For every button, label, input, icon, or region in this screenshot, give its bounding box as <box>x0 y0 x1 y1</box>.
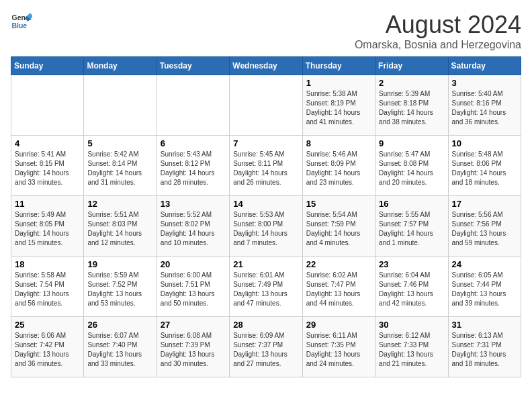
day-info: Sunrise: 5:53 AM Sunset: 8:00 PM Dayligh… <box>233 210 298 248</box>
day-number: 31 <box>452 320 517 330</box>
day-number: 8 <box>306 138 371 148</box>
calendar-cell: 1Sunrise: 5:38 AM Sunset: 8:19 PM Daylig… <box>302 75 375 136</box>
header-sunday: Sunday <box>11 57 84 75</box>
day-info: Sunrise: 6:00 AM Sunset: 7:51 PM Dayligh… <box>161 271 226 308</box>
calendar-cell: 18Sunrise: 5:58 AM Sunset: 7:54 PM Dayli… <box>11 257 84 317</box>
calendar-cell: 12Sunrise: 5:51 AM Sunset: 8:03 PM Dayli… <box>84 196 157 257</box>
day-number: 14 <box>233 199 298 209</box>
day-info: Sunrise: 6:07 AM Sunset: 7:40 PM Dayligh… <box>87 331 152 369</box>
calendar-cell <box>230 75 302 136</box>
day-info: Sunrise: 6:08 AM Sunset: 7:39 PM Dayligh… <box>161 331 226 369</box>
day-number: 10 <box>452 138 517 148</box>
day-number: 4 <box>15 138 80 148</box>
calendar-cell <box>84 75 157 136</box>
day-number: 12 <box>87 199 152 209</box>
calendar-cell: 29Sunrise: 6:11 AM Sunset: 7:35 PM Dayli… <box>302 317 375 377</box>
day-number: 23 <box>379 259 444 269</box>
day-number: 26 <box>87 320 152 330</box>
calendar-cell: 27Sunrise: 6:08 AM Sunset: 7:39 PM Dayli… <box>157 317 229 377</box>
day-number: 30 <box>379 320 444 330</box>
page-header: General Blue August 2024 Omarska, Bosnia… <box>11 11 521 51</box>
calendar-cell: 2Sunrise: 5:39 AM Sunset: 8:18 PM Daylig… <box>375 75 448 136</box>
day-info: Sunrise: 6:02 AM Sunset: 7:47 PM Dayligh… <box>306 271 371 308</box>
calendar-cell: 11Sunrise: 5:49 AM Sunset: 8:05 PM Dayli… <box>11 196 84 257</box>
day-info: Sunrise: 5:40 AM Sunset: 8:16 PM Dayligh… <box>452 89 517 127</box>
calendar-cell: 21Sunrise: 6:01 AM Sunset: 7:49 PM Dayli… <box>230 257 302 317</box>
header-monday: Monday <box>84 57 157 75</box>
calendar-cell: 19Sunrise: 5:59 AM Sunset: 7:52 PM Dayli… <box>84 257 157 317</box>
calendar-cell: 16Sunrise: 5:55 AM Sunset: 7:57 PM Dayli… <box>375 196 448 257</box>
week-row-5: 25Sunrise: 6:06 AM Sunset: 7:42 PM Dayli… <box>11 317 521 377</box>
day-number: 1 <box>306 78 371 88</box>
day-info: Sunrise: 6:12 AM Sunset: 7:33 PM Dayligh… <box>379 331 444 369</box>
calendar-cell: 24Sunrise: 6:05 AM Sunset: 7:44 PM Dayli… <box>448 257 521 317</box>
calendar-cell: 5Sunrise: 5:42 AM Sunset: 8:14 PM Daylig… <box>84 136 157 196</box>
day-number: 25 <box>15 320 80 330</box>
month-year-title: August 2024 <box>355 11 521 39</box>
day-number: 29 <box>306 320 371 330</box>
calendar-cell: 22Sunrise: 6:02 AM Sunset: 7:47 PM Dayli… <box>302 257 375 317</box>
day-number: 11 <box>15 199 80 209</box>
day-info: Sunrise: 5:43 AM Sunset: 8:12 PM Dayligh… <box>161 150 226 187</box>
day-info: Sunrise: 5:47 AM Sunset: 8:08 PM Dayligh… <box>379 150 444 187</box>
week-row-2: 4Sunrise: 5:41 AM Sunset: 8:15 PM Daylig… <box>11 136 521 196</box>
day-number: 18 <box>15 259 80 269</box>
day-number: 20 <box>161 259 226 269</box>
day-info: Sunrise: 6:11 AM Sunset: 7:35 PM Dayligh… <box>306 331 371 369</box>
calendar-cell: 8Sunrise: 5:46 AM Sunset: 8:09 PM Daylig… <box>302 136 375 196</box>
calendar-cell: 31Sunrise: 6:13 AM Sunset: 7:31 PM Dayli… <box>448 317 521 377</box>
calendar-cell: 9Sunrise: 5:47 AM Sunset: 8:08 PM Daylig… <box>375 136 448 196</box>
day-info: Sunrise: 5:42 AM Sunset: 8:14 PM Dayligh… <box>87 150 152 187</box>
calendar-cell: 30Sunrise: 6:12 AM Sunset: 7:33 PM Dayli… <box>375 317 448 377</box>
calendar-cell: 3Sunrise: 5:40 AM Sunset: 8:16 PM Daylig… <box>448 75 521 136</box>
day-info: Sunrise: 6:13 AM Sunset: 7:31 PM Dayligh… <box>452 331 517 369</box>
header-friday: Friday <box>375 57 448 75</box>
day-number: 21 <box>233 259 298 269</box>
day-info: Sunrise: 5:49 AM Sunset: 8:05 PM Dayligh… <box>15 210 80 248</box>
calendar-cell: 4Sunrise: 5:41 AM Sunset: 8:15 PM Daylig… <box>11 136 84 196</box>
svg-text:Blue: Blue <box>12 22 28 30</box>
day-number: 15 <box>306 199 371 209</box>
day-info: Sunrise: 6:06 AM Sunset: 7:42 PM Dayligh… <box>15 331 80 369</box>
calendar-cell <box>157 75 229 136</box>
day-info: Sunrise: 5:59 AM Sunset: 7:52 PM Dayligh… <box>87 271 152 308</box>
calendar-cell: 26Sunrise: 6:07 AM Sunset: 7:40 PM Dayli… <box>84 317 157 377</box>
header-saturday: Saturday <box>448 57 521 75</box>
day-info: Sunrise: 5:46 AM Sunset: 8:09 PM Dayligh… <box>306 150 371 187</box>
calendar-cell: 14Sunrise: 5:53 AM Sunset: 8:00 PM Dayli… <box>230 196 302 257</box>
day-info: Sunrise: 5:58 AM Sunset: 7:54 PM Dayligh… <box>15 271 80 308</box>
day-info: Sunrise: 5:39 AM Sunset: 8:18 PM Dayligh… <box>379 89 444 127</box>
day-number: 24 <box>452 259 517 269</box>
calendar-cell: 6Sunrise: 5:43 AM Sunset: 8:12 PM Daylig… <box>157 136 229 196</box>
day-info: Sunrise: 5:38 AM Sunset: 8:19 PM Dayligh… <box>306 89 371 127</box>
week-row-4: 18Sunrise: 5:58 AM Sunset: 7:54 PM Dayli… <box>11 257 521 317</box>
day-number: 22 <box>306 259 371 269</box>
calendar-cell: 7Sunrise: 5:45 AM Sunset: 8:11 PM Daylig… <box>230 136 302 196</box>
calendar-cell: 20Sunrise: 6:00 AM Sunset: 7:51 PM Dayli… <box>157 257 229 317</box>
location-subtitle: Omarska, Bosnia and Herzegovina <box>355 39 521 51</box>
calendar-cell: 28Sunrise: 6:09 AM Sunset: 7:37 PM Dayli… <box>230 317 302 377</box>
day-number: 16 <box>379 199 444 209</box>
day-number: 3 <box>452 78 517 88</box>
calendar-table: SundayMondayTuesdayWednesdayThursdayFrid… <box>11 56 521 377</box>
day-number: 13 <box>161 199 226 209</box>
logo: General Blue <box>11 11 32 32</box>
header-thursday: Thursday <box>302 57 375 75</box>
day-number: 19 <box>87 259 152 269</box>
day-info: Sunrise: 5:52 AM Sunset: 8:02 PM Dayligh… <box>161 210 226 248</box>
day-number: 27 <box>161 320 226 330</box>
day-info: Sunrise: 6:04 AM Sunset: 7:46 PM Dayligh… <box>379 271 444 308</box>
day-number: 17 <box>452 199 517 209</box>
calendar-cell: 23Sunrise: 6:04 AM Sunset: 7:46 PM Dayli… <box>375 257 448 317</box>
day-info: Sunrise: 5:41 AM Sunset: 8:15 PM Dayligh… <box>15 150 80 187</box>
calendar-cell: 10Sunrise: 5:48 AM Sunset: 8:06 PM Dayli… <box>448 136 521 196</box>
title-area: August 2024 Omarska, Bosnia and Herzegov… <box>355 11 521 51</box>
logo-icon: General Blue <box>11 11 32 32</box>
calendar-cell: 17Sunrise: 5:56 AM Sunset: 7:56 PM Dayli… <box>448 196 521 257</box>
week-row-3: 11Sunrise: 5:49 AM Sunset: 8:05 PM Dayli… <box>11 196 521 257</box>
calendar-cell: 15Sunrise: 5:54 AM Sunset: 7:59 PM Dayli… <box>302 196 375 257</box>
calendar-header-row: SundayMondayTuesdayWednesdayThursdayFrid… <box>11 57 521 75</box>
day-number: 7 <box>233 138 298 148</box>
day-info: Sunrise: 5:51 AM Sunset: 8:03 PM Dayligh… <box>87 210 152 248</box>
day-number: 28 <box>233 320 298 330</box>
